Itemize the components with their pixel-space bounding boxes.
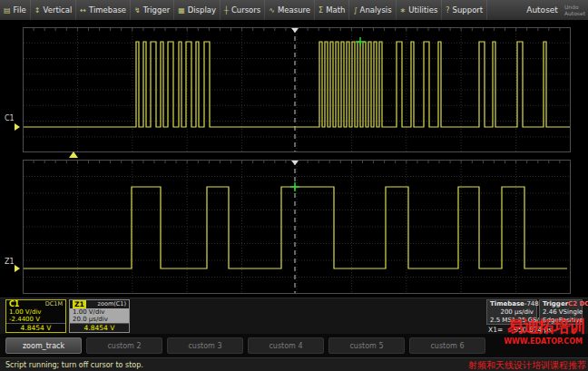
autoset-button[interactable]: Autoset xyxy=(526,5,558,15)
trigger-source: C2 DC xyxy=(568,300,588,308)
cursor-readout: X1= 950.874 μs xyxy=(488,326,552,334)
timebase-samples: 2.5 MS xyxy=(490,317,512,325)
timebase-icon: ↔ xyxy=(80,6,86,15)
file-icon: ▤ xyxy=(4,6,11,15)
c1-vdiv: 1.00 V/div xyxy=(6,308,65,316)
status-bar: Script running; turn off cursor to stop. xyxy=(0,357,588,371)
tab-custom-3[interactable]: custom 3 xyxy=(167,337,243,354)
analysis-icon: ∫ xyxy=(353,6,357,15)
menu-label: Display xyxy=(188,5,216,15)
menu-utilities[interactable]: ∗Utilities xyxy=(397,0,443,20)
trigger-mode: Single xyxy=(564,308,583,317)
undo-line1: Undo xyxy=(564,4,585,10)
menu-label: Math xyxy=(326,5,345,15)
menu-label: Cursors xyxy=(231,5,260,15)
c1-descriptor-box[interactable]: C1 DC1M 1.00 V/div -2.4400 V 4.8454 V xyxy=(5,299,66,333)
z1-vdiv: 1.00 V/div xyxy=(70,308,129,316)
menu-label: Vertical xyxy=(44,5,73,15)
menu-label: File xyxy=(14,5,26,15)
oscilloscope-app: ▤File↕Vertical↔Timebase↯Trigger▦Display┼… xyxy=(0,0,588,371)
trigger-slope: Positive xyxy=(559,317,583,325)
menubar-right: Autoset Undo Autoset xyxy=(526,0,585,20)
z1-tdiv: 20.0 μs/div xyxy=(70,316,129,323)
menu-label: Utilities xyxy=(408,5,437,15)
main-trace-plot[interactable] xyxy=(23,27,571,156)
menu-file[interactable]: ▤File xyxy=(0,0,31,20)
tab-custom-5[interactable]: custom 5 xyxy=(328,337,405,354)
c1-name: C1 xyxy=(9,300,19,308)
timebase-title: Timebase xyxy=(490,300,524,308)
math-icon: Σ xyxy=(318,6,323,15)
channel-z1-label[interactable]: Z1 xyxy=(5,258,15,266)
menu-support[interactable]: ?Support xyxy=(442,0,487,20)
menu-analysis[interactable]: ∫Analysis xyxy=(349,0,396,20)
z1-descriptor-box[interactable]: Z1 zoom(C1) 1.00 V/div 20.0 μs/div 4.845… xyxy=(69,299,130,333)
z1-readout: 4.8454 V xyxy=(70,323,129,332)
c1-readout: 4.8454 V xyxy=(6,323,65,332)
c1-waveform[interactable] xyxy=(23,27,571,152)
z1-ground-marker-icon[interactable] xyxy=(15,265,20,272)
support-icon: ? xyxy=(446,6,449,15)
menu-cursors[interactable]: ┼Cursors xyxy=(220,0,265,20)
cursors-icon: ┼ xyxy=(224,6,229,15)
timebase-rate: 1.25 GS/s xyxy=(512,317,543,325)
c1-coupling: DC1M xyxy=(45,300,63,308)
tab-custom-6[interactable]: custom 6 xyxy=(409,337,485,354)
trigger-icon: ↯ xyxy=(134,6,141,15)
timebase-tdiv: 200 μs/div xyxy=(487,308,536,317)
descriptor-bar: C1 DC1M 1.00 V/div -2.4400 V 4.8454 V Z1… xyxy=(0,298,588,335)
channel-c1-label[interactable]: C1 xyxy=(5,114,15,122)
menu-bar: ▤File↕Vertical↔Timebase↯Trigger▦Display┼… xyxy=(0,0,588,21)
trigger-title: Trigger xyxy=(543,300,568,308)
status-message: Script running; turn off cursor to stop. xyxy=(5,361,143,369)
menu-label: Timebase xyxy=(89,5,126,15)
measure-icon: ∿ xyxy=(269,6,275,15)
zoom-position-marker-icon[interactable] xyxy=(69,151,78,158)
trigger-level: 2.46 V xyxy=(543,308,564,317)
menu-trigger[interactable]: ↯Trigger xyxy=(131,0,174,20)
zoom-trace-plot[interactable] xyxy=(23,160,571,298)
vertical-icon: ↕ xyxy=(34,6,41,15)
menu-label: Support xyxy=(453,5,484,15)
menu-label: Measure xyxy=(278,5,310,15)
timebase-descriptor-box[interactable]: Timebase -748 μs 200 μs/div 2.5 MS 1.25 … xyxy=(486,299,537,325)
cursor-x1-value: 950.874 μs xyxy=(514,326,552,334)
undo-autoset-button[interactable]: Undo Autoset xyxy=(564,4,585,16)
c1-ground-marker-icon[interactable] xyxy=(15,123,20,131)
cursor-x1-label: X1= xyxy=(488,326,503,334)
display-icon: ▦ xyxy=(178,6,185,15)
menu-label: Trigger xyxy=(143,5,170,15)
menu-items: ▤File↕Vertical↔Timebase↯Trigger▦Display┼… xyxy=(0,0,487,20)
menu-display[interactable]: ▦Display xyxy=(174,0,220,20)
trigger-descriptor-box[interactable]: Trigger C2 DC 2.46 V Single Edge Positiv… xyxy=(539,299,583,325)
z1-source: zoom(C1) xyxy=(98,300,126,308)
tab-custom-4[interactable]: custom 4 xyxy=(248,337,324,354)
z1-waveform[interactable] xyxy=(23,160,571,294)
menu-measure[interactable]: ∿Measure xyxy=(265,0,315,20)
dialog-tab-bar: zoom_trackcustom 2custom 3custom 4custom… xyxy=(0,334,588,357)
utilities-icon: ∗ xyxy=(400,6,407,15)
trigger-type: Edge xyxy=(543,317,559,325)
menu-math[interactable]: ΣMath xyxy=(315,0,349,20)
tab-custom-2[interactable]: custom 2 xyxy=(86,337,162,354)
tab-zoom_track[interactable]: zoom_track xyxy=(5,337,82,354)
waveform-display: C1 Z1 xyxy=(0,20,588,298)
undo-line2: Autoset xyxy=(564,10,585,16)
menu-label: Analysis xyxy=(360,5,392,15)
z1-name: Z1 xyxy=(73,300,86,308)
c1-offset: -2.4400 V xyxy=(6,316,65,323)
menu-vertical[interactable]: ↕Vertical xyxy=(31,0,77,20)
menu-timebase[interactable]: ↔Timebase xyxy=(76,0,131,20)
